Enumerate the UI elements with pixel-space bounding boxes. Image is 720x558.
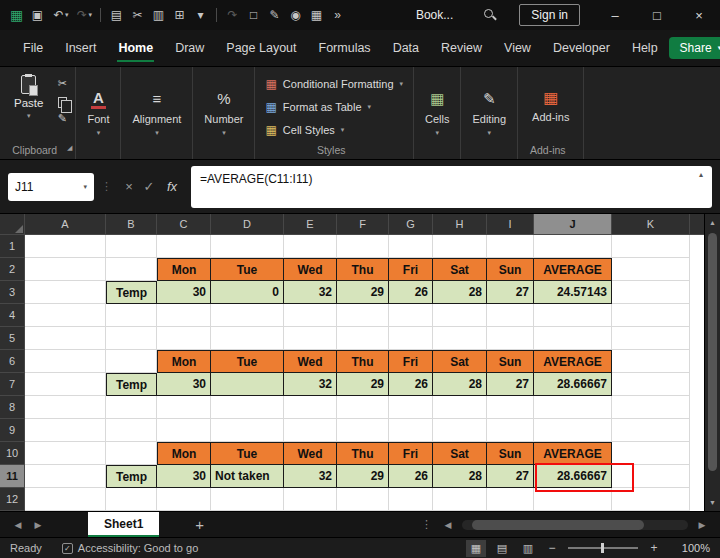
cell-F7[interactable]: 29 [337,373,389,396]
cell-E2[interactable]: Wed [284,258,337,281]
cell-G9[interactable] [389,419,433,442]
maximize-button[interactable]: □ [636,0,678,30]
cell-D8[interactable] [211,396,284,419]
cell-E6[interactable]: Wed [284,350,337,373]
cell-C12[interactable] [157,488,211,511]
ribbon-group-cells[interactable]: ▦Cells▾ [414,67,461,159]
cell-C2[interactable]: Mon [157,258,211,281]
cell-D1[interactable] [211,235,284,258]
add-sheet-button[interactable]: + [195,516,204,533]
cell-J10[interactable]: AVERAGE [534,442,612,465]
cell-C5[interactable] [157,327,211,350]
menu-tab-data[interactable]: Data [382,30,430,66]
cell-I5[interactable] [487,327,534,350]
cell-F9[interactable] [337,419,389,442]
cell-B5[interactable] [106,327,157,350]
cell-B10[interactable] [106,442,157,465]
cell-K5[interactable] [612,327,690,350]
cell-E10[interactable]: Wed [284,442,337,465]
cell-H3[interactable]: 28 [433,281,487,304]
cell-E4[interactable] [284,304,337,327]
row-header-4[interactable]: 4 [0,304,25,327]
cell-G12[interactable] [389,488,433,511]
cell-I12[interactable] [487,488,534,511]
cell-E8[interactable] [284,396,337,419]
redo-gray-icon[interactable]: ↷ [222,4,243,26]
cell-D9[interactable] [211,419,284,442]
chart-icon[interactable]: ▥ [148,4,169,26]
zoom-out-button[interactable]: − [544,541,560,555]
cell-J3[interactable]: 24.57143 [534,281,612,304]
calculator-icon[interactable]: ⊞ [169,4,190,26]
formula-input[interactable]: =AVERAGE(C11:I11) ▴ [191,166,712,208]
excel-logo[interactable]: ▦ [6,4,27,26]
cell-C10[interactable]: Mon [157,442,211,465]
row-header-11[interactable]: 11 [0,465,25,488]
horizontal-scrollbar[interactable] [462,520,688,530]
ribbon-button-conditional-formatting[interactable]: ▦Conditional Formatting▾ [265,73,403,94]
tab-options-icon[interactable]: ⋮ [421,518,432,531]
menu-tab-review[interactable]: Review [430,30,493,66]
cell-A4[interactable] [25,304,106,327]
enter-icon[interactable]: ✓ [139,179,159,194]
vertical-scrollbar[interactable]: ▲ ▼ [704,214,720,511]
cell-K4[interactable] [612,304,690,327]
cell-G5[interactable] [389,327,433,350]
cut-icon[interactable]: ✂ [127,4,148,26]
accessibility-status[interactable]: ✓ Accessibility: Good to go [62,542,198,554]
copy-icon[interactable] [58,97,67,108]
cell-H11[interactable]: 28 [433,465,487,488]
cell-I9[interactable] [487,419,534,442]
cell-A9[interactable] [25,419,106,442]
cell-C7[interactable]: 30 [157,373,211,396]
cell-A2[interactable] [25,258,106,281]
dialog-launcher-icon[interactable]: ◢ [67,141,72,155]
row-header-5[interactable]: 5 [0,327,25,350]
cell-A1[interactable] [25,235,106,258]
cell-D10[interactable]: Tue [211,442,284,465]
menu-tab-page-layout[interactable]: Page Layout [215,30,307,66]
column-header-B[interactable]: B [106,214,157,235]
cell-K7[interactable] [612,373,690,396]
cell-E3[interactable]: 32 [284,281,337,304]
chevron-down-icon[interactable]: ▾ [65,11,69,19]
cell-E11[interactable]: 32 [284,465,337,488]
menu-tab-help[interactable]: Help [621,30,669,66]
cell-E1[interactable] [284,235,337,258]
cell-G1[interactable] [389,235,433,258]
add-ins-button[interactable]: ▦ Add-ins [518,67,583,143]
cell-E12[interactable] [284,488,337,511]
cell-C11[interactable]: 30 [157,465,211,488]
cell-D3[interactable]: 0 [211,281,284,304]
cell-I8[interactable] [487,396,534,419]
cell-B6[interactable] [106,350,157,373]
sheet-tab-sheet1[interactable]: Sheet1 [88,512,159,537]
cell-K2[interactable] [612,258,690,281]
cell-D5[interactable] [211,327,284,350]
cell-F5[interactable] [337,327,389,350]
page-layout-view-button[interactable]: ▤ [492,540,512,557]
cell-G10[interactable]: Fri [389,442,433,465]
cell-A12[interactable] [25,488,106,511]
cell-B4[interactable] [106,304,157,327]
cell-H9[interactable] [433,419,487,442]
cell-J5[interactable] [534,327,612,350]
cell-D6[interactable]: Tue [211,350,284,373]
collapse-formula-bar-icon[interactable]: ▴ [699,170,703,179]
cell-A11[interactable] [25,465,106,488]
new-document-icon[interactable]: □ [243,4,264,26]
menu-tab-draw[interactable]: Draw [164,30,215,66]
name-box[interactable]: J11 ▾ [8,173,94,201]
cell-B9[interactable] [106,419,157,442]
menu-tab-developer[interactable]: Developer [542,30,621,66]
paste-button[interactable]: Paste ▾ [8,73,49,122]
column-header-I[interactable]: I [487,214,534,235]
scroll-up-icon[interactable]: ▲ [705,214,720,231]
cell-A10[interactable] [25,442,106,465]
cell-K10[interactable] [612,442,690,465]
horizontal-scrollbar-thumb[interactable] [472,520,644,530]
normal-view-button[interactable]: ▦ [466,540,486,557]
column-header-F[interactable]: F [337,214,389,235]
cell-K1[interactable] [612,235,690,258]
cell-H5[interactable] [433,327,487,350]
